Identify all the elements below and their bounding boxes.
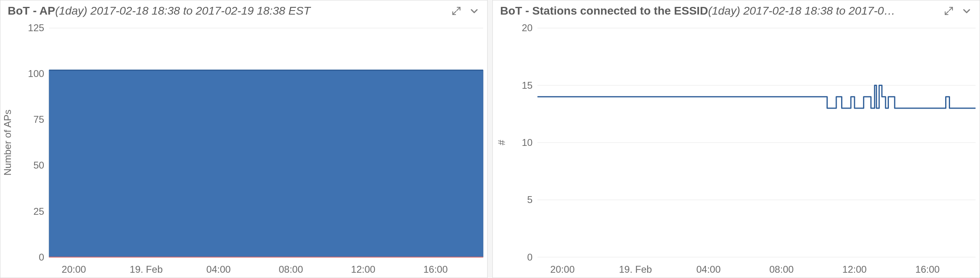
expand-icon[interactable] [943,5,954,17]
svg-text:12:00: 12:00 [842,264,867,275]
svg-text:0: 0 [527,252,533,263]
svg-text:16:00: 16:00 [915,264,940,275]
chevron-down-icon[interactable] [961,5,972,17]
svg-text:5: 5 [527,194,533,205]
title-range: (1day) 2017-02-18 18:38 to 2017-02-19 18… [55,4,310,17]
svg-text:0: 0 [39,252,44,263]
panel-actions [943,5,972,17]
title-prefix: BoT - Stations connected to the ESSID [500,4,708,17]
expand-icon[interactable] [451,5,462,17]
panel-title: BoT - AP(1day) 2017-02-18 18:38 to 2017-… [8,4,447,17]
svg-text:100: 100 [28,68,44,79]
svg-text:25: 25 [33,205,44,216]
svg-text:19. Feb: 19. Feb [130,264,162,275]
svg-text:125: 125 [28,22,44,33]
panel-header: BoT - AP(1day) 2017-02-18 18:38 to 2017-… [0,0,487,20]
chart-stations[interactable]: 0510152020:0019. Feb04:0008:0012:0016:00… [493,20,980,278]
panel-actions [451,5,480,17]
svg-text:20: 20 [522,22,533,33]
dashboard: BoT - AP(1day) 2017-02-18 18:38 to 2017-… [0,0,980,278]
svg-text:#: # [496,140,507,145]
svg-text:20:00: 20:00 [62,264,86,275]
svg-text:20:00: 20:00 [550,264,575,275]
svg-text:08:00: 08:00 [279,264,303,275]
svg-text:08:00: 08:00 [769,264,794,275]
svg-text:12:00: 12:00 [351,264,375,275]
svg-text:04:00: 04:00 [207,264,231,275]
chart-ap[interactable]: 025507510012520:0019. Feb04:0008:0012:00… [0,20,487,278]
panel-stations: BoT - Stations connected to the ESSID(1d… [492,0,980,278]
panel-title: BoT - Stations connected to the ESSID(1d… [500,4,939,17]
title-range: (1day) 2017-02-18 18:38 to 2017-0… [708,4,895,17]
svg-text:16:00: 16:00 [423,264,447,275]
svg-text:10: 10 [522,137,533,148]
svg-text:04:00: 04:00 [696,264,720,275]
svg-text:75: 75 [33,114,44,125]
chevron-down-icon[interactable] [469,5,480,17]
title-prefix: BoT - AP [8,4,55,17]
svg-text:50: 50 [33,160,44,171]
panel-ap: BoT - AP(1day) 2017-02-18 18:38 to 2017-… [0,0,488,278]
svg-text:15: 15 [522,80,533,91]
svg-text:Number of APs: Number of APs [2,109,13,175]
svg-text:19. Feb: 19. Feb [619,264,652,275]
panel-header: BoT - Stations connected to the ESSID(1d… [493,0,980,20]
